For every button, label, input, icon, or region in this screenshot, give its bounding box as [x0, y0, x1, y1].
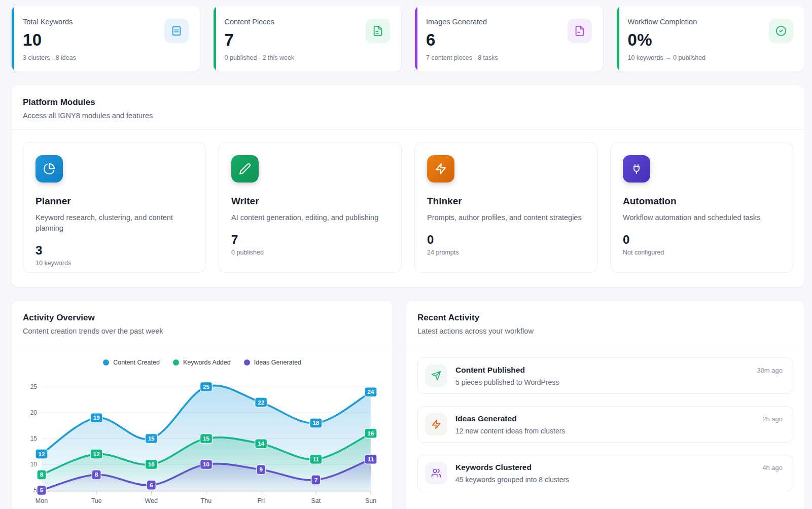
svg-text:Wed: Wed [145, 497, 158, 504]
section-title: Recent Activity [417, 313, 792, 323]
svg-text:Thu: Thu [201, 497, 212, 504]
svg-text:20: 20 [30, 409, 38, 416]
section-subtitle: Access all IGNY8 modules and features [23, 112, 792, 120]
accent-bar [12, 6, 14, 71]
module-description: Keyword research, clustering, and conten… [36, 212, 193, 234]
svg-text:16: 16 [368, 430, 374, 437]
section-title: Activity Overview [23, 313, 380, 323]
module-card-automation[interactable]: Automation Workflow automation and sched… [610, 142, 793, 273]
activity-description: 45 keywords grouped into 8 clusters [455, 476, 783, 484]
svg-text:15: 15 [148, 435, 155, 442]
svg-text:Sun: Sun [365, 497, 376, 504]
modules-grid: Planner Keyword research, clustering, an… [12, 130, 804, 287]
activity-title: Ideas Generated [455, 414, 517, 423]
module-stat-label: 10 keywords [36, 260, 193, 267]
module-name: Planner [36, 196, 193, 207]
file-image-icon [568, 19, 592, 43]
module-stat: 7 [231, 233, 389, 247]
legend-label: Content Created [113, 359, 160, 366]
module-name: Writer [231, 196, 389, 207]
svg-text:24: 24 [368, 389, 374, 395]
module-description: Prompts, author profiles, and content st… [427, 212, 585, 223]
platform-modules-header: Platform Modules Access all IGNY8 module… [12, 85, 804, 130]
file-text-icon [366, 19, 390, 43]
svg-text:Tue: Tue [91, 497, 102, 504]
activity-body: Ideas Generated 2h ago 12 new content id… [455, 414, 783, 435]
svg-text:22: 22 [258, 399, 264, 406]
stats-row: Total Keywords 10 3 clusters · 8 ideas C… [11, 5, 805, 72]
svg-text:6: 6 [150, 482, 153, 488]
svg-text:10: 10 [148, 461, 155, 467]
activity-description: 5 pieces published to WordPress [455, 378, 783, 386]
module-description: Workflow automation and scheduled tasks [623, 212, 781, 223]
recent-activity-panel: Recent Activity Latest actions across yo… [406, 300, 805, 509]
section-title: Platform Modules [23, 97, 792, 107]
zap-icon [427, 155, 454, 183]
activity-time: 2h ago [762, 415, 783, 423]
activity-description: 12 new content ideas from clusters [455, 427, 783, 435]
module-stat: 0 [427, 233, 585, 247]
stat-card: Images Generated 6 7 content pieces · 8 … [414, 5, 604, 72]
platform-modules-panel: Platform Modules Access all IGNY8 module… [11, 85, 805, 287]
section-subtitle: Content creation trends over the past we… [23, 327, 380, 335]
svg-text:15: 15 [30, 435, 38, 442]
activity-body: Content Published 30m ago 5 pieces publi… [455, 366, 783, 386]
pie-chart-icon [36, 155, 63, 183]
module-stat-label: Not configured [623, 249, 781, 256]
module-card-planner[interactable]: Planner Keyword research, clustering, an… [23, 142, 206, 273]
circle-check-icon [769, 19, 793, 43]
svg-text:19: 19 [93, 415, 100, 421]
activity-title: Keywords Clustered [455, 463, 532, 472]
svg-text:8: 8 [40, 471, 44, 478]
svg-text:Mon: Mon [36, 497, 48, 504]
svg-text:25: 25 [30, 383, 38, 390]
stat-card: Total Keywords 10 3 clusters · 8 ideas [11, 5, 200, 72]
svg-text:12: 12 [39, 451, 45, 457]
stat-value: 6 [426, 30, 592, 50]
activity-list: Content Published 30m ago 5 pieces publi… [406, 345, 804, 503]
section-subtitle: Latest actions across your workflow [417, 327, 792, 335]
plug-icon [623, 155, 650, 183]
legend-item-content-created[interactable]: Content Created [103, 359, 160, 366]
svg-text:5: 5 [40, 487, 44, 493]
activity-line-chart: 510152025MonTueWedThuFriSatSun1219152522… [12, 368, 393, 509]
stat-value: 10 [23, 30, 189, 50]
users-icon [425, 462, 447, 484]
accent-bar [214, 6, 216, 71]
module-stat: 0 [623, 233, 781, 247]
legend-item-keywords-added[interactable]: Keywords Added [173, 359, 231, 366]
pencil-icon [231, 155, 259, 183]
module-card-writer[interactable]: Writer AI content generation, editing, a… [219, 142, 402, 273]
legend-dot [173, 359, 179, 366]
module-stat-label: 0 published [231, 249, 389, 256]
svg-text:11: 11 [368, 456, 374, 462]
module-name: Thinker [427, 196, 585, 207]
legend-label: Ideas Generated [254, 359, 301, 366]
activity-overview-panel: Activity Overview Content creation trend… [11, 300, 393, 509]
svg-text:Fri: Fri [257, 497, 265, 504]
stat-label: Total Keywords [23, 18, 189, 26]
module-stat-label: 24 prompts [427, 249, 585, 256]
activity-title: Content Published [455, 366, 525, 375]
module-stat: 3 [36, 243, 193, 258]
svg-text:10: 10 [30, 461, 38, 468]
notepad-icon [164, 19, 189, 43]
module-card-thinker[interactable]: Thinker Prompts, author profiles, and co… [414, 142, 597, 273]
legend-dot [244, 359, 250, 366]
module-description: AI content generation, editing, and publ… [231, 212, 389, 223]
svg-text:Sat: Sat [311, 497, 321, 504]
activity-item: Keywords Clustered 4h ago 45 keywords gr… [417, 455, 793, 491]
stat-card: Content Pieces 7 0 published · 2 this we… [213, 5, 402, 72]
stat-sub: 3 clusters · 8 ideas [23, 54, 189, 61]
legend-item-ideas-generated[interactable]: Ideas Generated [244, 359, 301, 366]
svg-text:12: 12 [93, 451, 100, 457]
send-icon [425, 365, 447, 387]
svg-text:25: 25 [203, 384, 209, 390]
recent-activity-header: Recent Activity Latest actions across yo… [406, 301, 804, 345]
module-name: Automation [623, 196, 781, 207]
activity-item: Ideas Generated 2h ago 12 new content id… [417, 406, 793, 443]
svg-text:18: 18 [312, 420, 319, 426]
dashboard-page: Total Keywords 10 3 clusters · 8 ideas C… [0, 0, 812, 509]
chart-legend: Content Created Keywords Added Ideas Gen… [12, 359, 393, 366]
svg-text:8: 8 [95, 471, 98, 478]
